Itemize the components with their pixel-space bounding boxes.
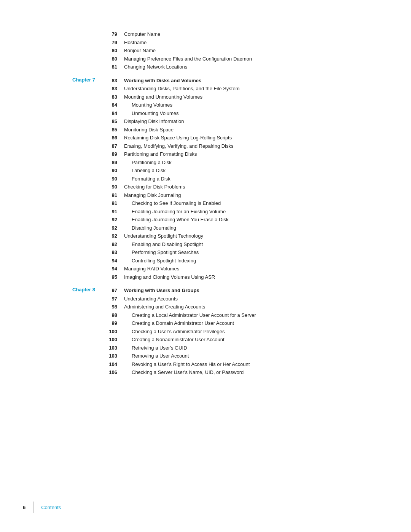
toc-row: 84Mounting Volumes	[99, 101, 373, 109]
toc-row: 92Understanding Spotlight Technology	[99, 232, 373, 240]
toc-page-number: 84	[99, 102, 117, 108]
toc-row: 98Administering and Creating Accounts	[99, 303, 373, 311]
toc-row: 92Disabling Journaling	[99, 224, 373, 232]
toc-content: 79Computer Name79Hostname80Bonjour Name8…	[99, 30, 373, 376]
toc-row: 80Bonjour Name	[99, 47, 373, 54]
toc-row: 100Creating a Nonadministrator User Acco…	[99, 336, 373, 343]
toc-section-chapter8: Chapter 897Working with Users and Groups…	[99, 284, 373, 376]
toc-entry-text: Displaying Disk Information	[124, 118, 184, 125]
toc-entry-text: Mounting Volumes	[124, 101, 172, 109]
toc-entry-text: Partitioning a Disk	[124, 159, 172, 166]
toc-entry-text: Hostname	[124, 39, 147, 46]
toc-row: 79Computer Name	[99, 30, 373, 38]
toc-row: 85Monitoring Disk Space	[99, 126, 373, 134]
toc-row: 83Mounting and Unmounting Volumes	[99, 93, 373, 101]
toc-entry-text: Formatting a Disk	[124, 175, 170, 183]
toc-row: 100Checking a User's Administrator Privi…	[99, 328, 373, 335]
toc-row: 92Enabling Journaling When You Erase a D…	[99, 216, 373, 224]
toc-row: 95Imaging and Cloning Volumes Using ASR	[99, 273, 373, 281]
toc-entry-text: Understanding Accounts	[124, 295, 178, 303]
toc-entry-text: Enabling Journaling for an Existing Volu…	[124, 208, 226, 216]
toc-row: 85Displaying Disk Information	[99, 118, 373, 125]
toc-row: 103Removing a User Account	[99, 352, 373, 360]
toc-page-number: 83	[99, 86, 117, 91]
toc-page-number: 104	[99, 361, 117, 367]
toc-page-number: 83	[99, 78, 117, 83]
footer: 6 Contents	[0, 502, 411, 513]
toc-row: 90Formatting a Disk	[99, 175, 373, 183]
toc-entry-text: Understanding Spotlight Technology	[124, 232, 203, 240]
toc-entry-text: Working with Users and Groups	[124, 287, 199, 294]
toc-page-number: 100	[99, 337, 117, 342]
toc-row: 106Checking a Server User's Name, UID, o…	[99, 369, 373, 376]
toc-section-chapter7: Chapter 783Working with Disks and Volume…	[99, 74, 373, 281]
toc-row: 90Labeling a Disk	[99, 167, 373, 174]
toc-entry-text: Understanding Disks, Partitions, and the…	[124, 85, 239, 93]
toc-row: 80Managing Preference Files and the Conf…	[99, 55, 373, 63]
toc-row: 89Partitioning a Disk	[99, 159, 373, 166]
toc-page-number: 91	[99, 192, 117, 198]
toc-page-number: 92	[99, 233, 117, 239]
toc-page-number: 86	[99, 135, 117, 141]
toc-page-number: 85	[99, 118, 117, 124]
toc-entry-text: Reclaiming Disk Space Using Log-Rolling …	[124, 134, 232, 142]
toc-page-number: 89	[99, 151, 117, 157]
footer-contents-label: Contents	[41, 505, 61, 510]
toc-row: 83Understanding Disks, Partitions, and t…	[99, 85, 373, 93]
toc-entry-text: Creating a Local Administrator User Acco…	[124, 312, 256, 319]
toc-entry-text: Managing RAID Volumes	[124, 265, 179, 273]
toc-entry-text: Retreiving a User's GUID	[124, 344, 187, 352]
toc-row: 84Unmounting Volumes	[99, 110, 373, 117]
toc-entry-text: Checking to See If Journaling is Enabled	[124, 200, 221, 207]
toc-row: 86Reclaiming Disk Space Using Log-Rollin…	[99, 134, 373, 142]
footer-page-number: 6	[23, 505, 25, 510]
toc-page-number: 92	[99, 217, 117, 222]
toc-entry-text: Checking for Disk Problems	[124, 183, 185, 191]
toc-page-number: 97	[99, 288, 117, 293]
toc-entry-text: Erasing, Modifying, Verifying, and Repai…	[124, 142, 234, 150]
toc-row: Chapter 783Working with Disks and Volume…	[99, 77, 373, 85]
toc-page-number: 94	[99, 258, 117, 264]
toc-row: 103Retreiving a User's GUID	[99, 344, 373, 352]
toc-page-number: 90	[99, 168, 117, 173]
toc-entry-text: Bonjour Name	[124, 47, 156, 54]
toc-entry-text: Changing Network Locations	[124, 63, 187, 71]
toc-row: 94Controlling Spotlight Indexing	[99, 257, 373, 265]
toc-row: 92Enabling and Disabling Spotlight	[99, 241, 373, 248]
toc-page-number: 84	[99, 110, 117, 116]
toc-page-number: 92	[99, 241, 117, 247]
toc-row: 97Understanding Accounts	[99, 295, 373, 303]
toc-row: 99Creating a Domain Administrator User A…	[99, 320, 373, 327]
toc-page-number: 85	[99, 127, 117, 133]
toc-page-number: 98	[99, 312, 117, 318]
toc-page-number: 94	[99, 266, 117, 272]
toc-row: 87Erasing, Modifying, Verifying, and Rep…	[99, 142, 373, 150]
toc-page-number: 83	[99, 94, 117, 100]
toc-page-number: 103	[99, 353, 117, 359]
toc-row: 91Enabling Journaling for an Existing Vo…	[99, 208, 373, 216]
toc-row: 104Revoking a User's Right to Access His…	[99, 361, 373, 368]
toc-entry-text: Managing Preference Files and the Config…	[124, 55, 252, 63]
toc-entry-text: Enabling Journaling When You Erase a Dis…	[124, 216, 228, 224]
footer-divider	[33, 502, 33, 513]
toc-page-number: 79	[99, 31, 117, 37]
toc-entry-text: Checking a User's Administrator Privileg…	[124, 328, 225, 335]
toc-page-number: 106	[99, 369, 117, 375]
toc-row: 98Creating a Local Administrator User Ac…	[99, 312, 373, 319]
toc-entry-text: Working with Disks and Volumes	[124, 77, 201, 85]
toc-entry-text: Monitoring Disk Space	[124, 126, 174, 134]
toc-entry-text: Disabling Journaling	[124, 224, 176, 232]
toc-row: 89Partitioning and Formatting Disks	[99, 150, 373, 158]
toc-row: 81Changing Network Locations	[99, 63, 373, 71]
toc-entry-text: Partitioning and Formatting Disks	[124, 150, 197, 158]
chapter-label-chapter7: Chapter 7	[53, 77, 95, 83]
toc-row: 93Performing Spotlight Searches	[99, 249, 373, 256]
toc-entry-text: Computer Name	[124, 30, 160, 38]
toc-section-pre-chapter7: 79Computer Name79Hostname80Bonjour Name8…	[99, 30, 373, 71]
toc-entry-text: Creating a Nonadministrator User Account	[124, 336, 225, 343]
toc-entry-text: Mounting and Unmounting Volumes	[124, 93, 202, 101]
toc-page-number: 92	[99, 225, 117, 231]
toc-entry-text: Removing a User Account	[124, 352, 189, 360]
toc-page-number: 91	[99, 200, 117, 206]
toc-entry-text: Revoking a User's Right to Access His or…	[124, 361, 250, 368]
